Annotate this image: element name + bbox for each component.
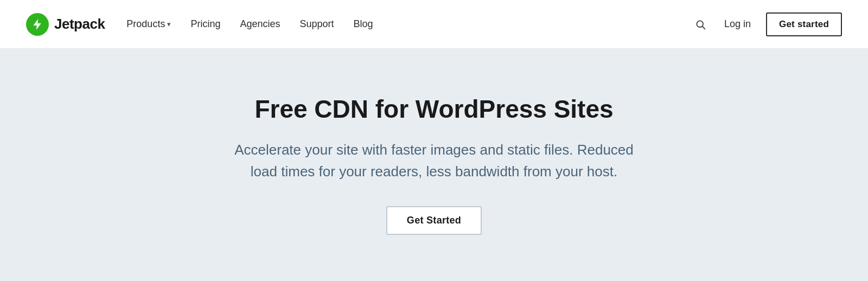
nav-item-blog[interactable]: Blog <box>354 18 373 30</box>
nav-blog-label: Blog <box>354 18 373 30</box>
search-icon <box>695 19 706 30</box>
logo-icon <box>26 13 49 36</box>
header-right: Log in Get started <box>692 12 842 36</box>
svg-line-1 <box>703 26 705 29</box>
nav-pricing-label: Pricing <box>190 18 220 30</box>
hero-title: Free CDN for WordPress Sites <box>254 95 613 124</box>
login-link[interactable]: Log in <box>724 18 751 30</box>
hero-cta-button[interactable]: Get Started <box>386 206 482 235</box>
nav-item-pricing[interactable]: Pricing <box>190 18 220 30</box>
logo-text: Jetpack <box>54 16 105 33</box>
hero-subtitle: Accelerate your site with faster images … <box>228 139 640 183</box>
main-nav: Products ▾ Pricing Agencies Support Blog <box>126 18 373 30</box>
header: Jetpack Products ▾ Pricing Agencies Supp… <box>0 0 868 49</box>
search-button[interactable] <box>692 16 709 33</box>
get-started-header-button[interactable]: Get started <box>766 12 842 36</box>
nav-agencies-label: Agencies <box>240 18 280 30</box>
nav-support-label: Support <box>299 18 334 30</box>
nav-item-support[interactable]: Support <box>299 18 334 30</box>
hero-section: Free CDN for WordPress Sites Accelerate … <box>0 49 868 281</box>
header-left: Jetpack Products ▾ Pricing Agencies Supp… <box>26 13 373 36</box>
nav-item-products[interactable]: Products ▾ <box>126 18 171 30</box>
nav-products-label: Products <box>126 18 165 30</box>
chevron-down-icon: ▾ <box>167 20 171 28</box>
logo-link[interactable]: Jetpack <box>26 13 105 36</box>
nav-item-agencies[interactable]: Agencies <box>240 18 280 30</box>
